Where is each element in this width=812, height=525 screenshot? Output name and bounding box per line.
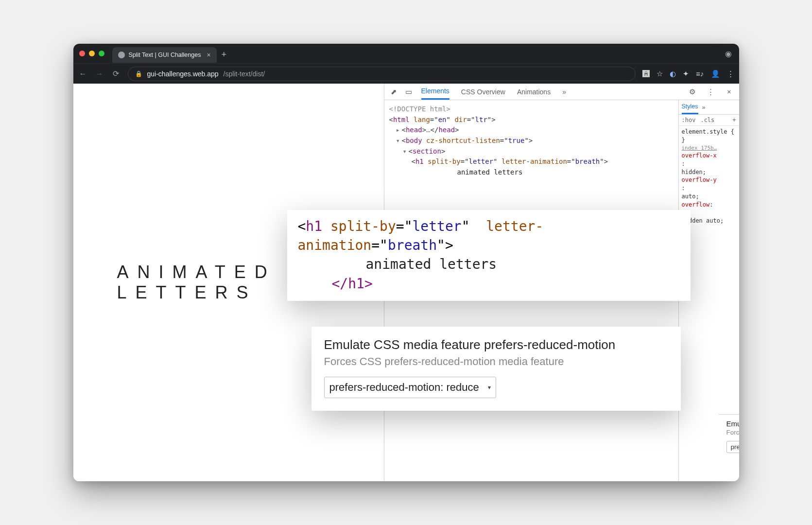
new-rule-button[interactable]: + (732, 117, 736, 123)
callout-code-zoom: <h1 split-by="letter" letter-animation="… (287, 210, 691, 301)
cls-toggle[interactable]: .cls (700, 117, 714, 123)
section-open-line[interactable]: ▾<section> (389, 146, 674, 157)
callout-code-close: </h1> (332, 276, 373, 292)
chevron-down-icon: ▾ (488, 384, 491, 391)
select-value-small: prefers-reduced-motion: reduce (731, 443, 739, 451)
tab-strip: Split Text | GUI Challenges × + ◉ (73, 44, 739, 63)
extension-icon[interactable]: ◐ (670, 70, 676, 78)
h1-open-line[interactable]: <h1 split-by="letter" letter-animation="… (389, 157, 674, 167)
devtools-tabs: Elements CSS Overview Animations » (421, 84, 566, 100)
prefs-title: Emulate CSS media feature prefers-reduce… (324, 337, 668, 352)
settings-gear-icon[interactable]: ⚙ (687, 88, 698, 96)
doctype-line: <!DOCTYPE html> (389, 104, 674, 115)
callout-prefs-zoom: Emulate CSS media feature prefers-reduce… (311, 327, 681, 411)
reading-list-icon[interactable]: ≡♪ (696, 70, 704, 78)
browser-window: Split Text | GUI Challenges × + ◉ ← → ⟳ … (73, 44, 739, 481)
device-toggle-icon[interactable]: ▭ (403, 88, 415, 96)
devtools-toolbar: ⬈ ▭ Elements CSS Overview Animations » ⚙… (384, 84, 739, 100)
favicon-icon (118, 52, 125, 58)
reload-button[interactable]: ⟳ (111, 69, 121, 78)
profile-icon[interactable]: 👤 (711, 70, 720, 78)
inspect-icon[interactable]: ⬈ (388, 88, 400, 96)
tab-more[interactable]: » (562, 84, 566, 100)
url-path: /split-text/dist/ (224, 70, 265, 78)
extensions-puzzle-icon[interactable]: ✦ (683, 70, 689, 78)
styles-tabs: Styles » (679, 100, 739, 115)
close-devtools-icon[interactable]: × (724, 88, 735, 96)
prefers-reduced-motion-select[interactable]: prefers-reduced-motion: reduce ▾ (324, 377, 496, 398)
translate-icon[interactable]: 🅰 (642, 70, 650, 78)
browser-tab[interactable]: Split Text | GUI Challenges × (112, 47, 217, 63)
tab-animations[interactable]: Animations (517, 84, 551, 100)
styles-subbar: :hov .cls + (679, 115, 739, 126)
tab-close-button[interactable]: × (207, 51, 210, 59)
bookmark-icon[interactable]: ☆ (657, 70, 663, 78)
render-title: Emulate CSS media feature prefers-reduce… (726, 420, 739, 428)
account-icon[interactable]: ◉ (724, 49, 733, 58)
new-tab-button[interactable]: + (222, 50, 227, 60)
maximize-window-button[interactable] (99, 51, 104, 56)
hov-toggle[interactable]: :hov (682, 117, 696, 123)
tab-title: Split Text | GUI Challenges (129, 52, 201, 58)
url-host: gui-challenges.web.app (147, 70, 219, 78)
rendering-drawer: × Emulate CSS media feature prefers-redu… (719, 414, 739, 461)
rule-1: overflow-y:auto; (682, 176, 736, 200)
prefers-reduced-motion-select-small[interactable]: prefers-reduced-motion: reduce ▾ (726, 441, 739, 453)
prefs-subtitle: Forces CSS prefers-reduced-motion media … (324, 355, 668, 368)
lock-icon: 🔒 (135, 70, 142, 77)
menu-icon[interactable]: ⋮ (727, 70, 734, 78)
select-value: prefers-reduced-motion: reduce (329, 381, 479, 394)
render-subtitle: Forces CSS prefers-reduced-motion media … (726, 429, 739, 436)
toolbar-right: 🅰 ☆ ◐ ✦ ≡♪ 👤 ⋮ (642, 70, 734, 78)
back-button[interactable]: ← (78, 70, 88, 78)
content-area: ANIMATED LETTERS ⬈ ▭ Elements CSS Overvi… (73, 84, 739, 481)
h1-text-node[interactable]: animated letters (389, 167, 674, 178)
callout-code-text: animated letters (298, 255, 680, 274)
tab-css-overview[interactable]: CSS Overview (461, 84, 505, 100)
minimize-window-button[interactable] (89, 51, 95, 56)
chrome-top: Split Text | GUI Challenges × + ◉ ← → ⟳ … (73, 44, 739, 84)
toolbar: ← → ⟳ 🔒 gui-challenges.web.app/split-tex… (73, 63, 739, 84)
tab-elements[interactable]: Elements (421, 84, 449, 100)
element-style-open: element.style { (682, 128, 736, 136)
window-controls (79, 51, 104, 56)
rule-0: overflow-x:hidden; (682, 152, 736, 176)
kebab-icon[interactable]: ⋮ (705, 88, 717, 96)
address-bar[interactable]: 🔒 gui-challenges.web.app/split-text/dist… (128, 67, 636, 81)
close-window-button[interactable] (79, 51, 85, 56)
body-open-line[interactable]: ▾<body cz-shortcut-listen="true"> (389, 136, 674, 146)
tab-styles[interactable]: Styles (682, 100, 698, 114)
head-line[interactable]: ▸<head>…</head> (389, 125, 674, 136)
forward-button: → (95, 70, 104, 78)
element-style-close: } (682, 136, 736, 144)
styles-more[interactable]: » (702, 104, 706, 111)
source-file-link[interactable]: index 175b… (682, 144, 736, 152)
html-open-line: <html lang="en" dir="ltr"> (389, 115, 674, 125)
